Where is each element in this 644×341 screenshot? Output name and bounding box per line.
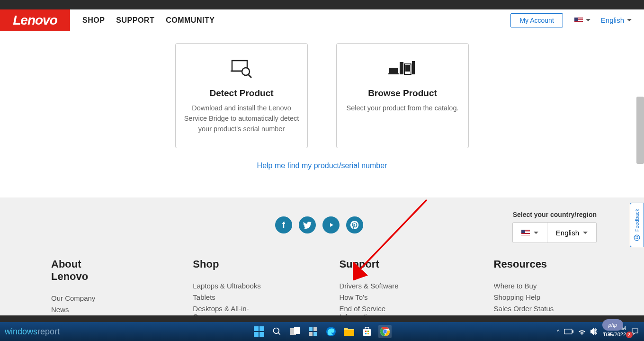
footer-link[interactable]: End of Service Information bbox=[339, 305, 417, 315]
svg-rect-34 bbox=[572, 331, 573, 332]
widgets-button[interactable] bbox=[306, 325, 320, 338]
footer-link[interactable]: Tablets bbox=[193, 293, 262, 301]
footer-col-support: SupportDrivers & SoftwareHow To'sEnd of … bbox=[339, 258, 417, 315]
svg-point-32 bbox=[384, 330, 386, 333]
footer-col-resources: ResourcesWhere to BuyShopping HelpSales … bbox=[494, 258, 587, 315]
region-flag-button[interactable] bbox=[513, 223, 547, 242]
chrome-icon[interactable] bbox=[378, 325, 392, 338]
nav-support[interactable]: SUPPORT bbox=[116, 16, 154, 25]
svg-rect-20 bbox=[309, 332, 313, 336]
browse-product-icon bbox=[344, 58, 461, 81]
site-header: Lenovo SHOP SUPPORT COMMUNITY My Account… bbox=[0, 9, 644, 31]
footer-link[interactable]: Sales Order Status bbox=[494, 305, 587, 313]
edge-icon[interactable] bbox=[324, 325, 338, 338]
browse-card-desc: Select your product from the catalog. bbox=[344, 103, 461, 114]
main-content: Detect Product Download and install the … bbox=[0, 31, 644, 170]
windowsreport-logo: windowsreport bbox=[5, 327, 60, 337]
site-footer: Select your country/region English f Abo… bbox=[0, 197, 644, 315]
volume-icon[interactable] bbox=[590, 328, 598, 335]
region-label: Select your country/region bbox=[512, 211, 597, 218]
scrollbar-thumb[interactable] bbox=[636, 97, 644, 164]
ms-store-icon[interactable] bbox=[360, 325, 374, 338]
svg-rect-26 bbox=[367, 331, 369, 332]
svg-point-11 bbox=[634, 235, 640, 241]
footer-col-shop: ShopLaptops & UltrabooksTabletsDesktops … bbox=[193, 258, 262, 315]
language-label: English bbox=[601, 16, 624, 24]
svg-rect-23 bbox=[344, 330, 354, 336]
nav-community[interactable]: COMMUNITY bbox=[166, 16, 215, 25]
footer-link[interactable]: How To's bbox=[339, 293, 417, 301]
smile-icon bbox=[634, 234, 640, 241]
social-links: f bbox=[51, 216, 587, 233]
detect-card-title: Detect Product bbox=[183, 88, 300, 99]
windows-taskbar: windowsreport ^ 1:10 AM Tue 1/25/2022 ph… bbox=[0, 322, 644, 341]
detect-product-icon bbox=[183, 58, 300, 81]
footer-col-title: Resources bbox=[494, 258, 587, 270]
svg-rect-4 bbox=[389, 68, 398, 73]
svg-line-3 bbox=[248, 74, 251, 78]
task-view-button[interactable] bbox=[288, 325, 302, 338]
chevron-down-icon bbox=[586, 19, 590, 21]
nav-shop[interactable]: SHOP bbox=[82, 16, 105, 25]
footer-link[interactable]: Shopping Help bbox=[494, 293, 587, 301]
browse-card-title: Browse Product bbox=[344, 88, 461, 99]
chevron-down-icon bbox=[534, 232, 538, 234]
lenovo-logo[interactable]: Lenovo bbox=[0, 9, 70, 31]
svg-rect-18 bbox=[309, 327, 313, 331]
feedback-label: Feedback bbox=[634, 209, 640, 232]
svg-point-12 bbox=[636, 237, 636, 237]
svg-rect-19 bbox=[313, 327, 317, 331]
svg-point-14 bbox=[274, 328, 279, 334]
battery-icon[interactable] bbox=[564, 329, 573, 334]
svg-rect-17 bbox=[294, 327, 300, 334]
footer-link[interactable]: News bbox=[51, 305, 116, 314]
footer-col-about-lenovo: About LenovoOur CompanyNewsInvestor Rela… bbox=[51, 258, 116, 315]
svg-point-13 bbox=[637, 237, 638, 237]
wifi-icon[interactable] bbox=[578, 328, 586, 335]
tray-chevron-icon[interactable]: ^ bbox=[557, 329, 559, 334]
svg-rect-25 bbox=[365, 331, 367, 332]
svg-rect-21 bbox=[313, 332, 317, 336]
us-flag-icon bbox=[521, 230, 530, 235]
footer-link[interactable]: Our Company bbox=[51, 294, 116, 302]
country-selector[interactable] bbox=[574, 18, 590, 23]
file-explorer-icon[interactable] bbox=[342, 325, 356, 338]
notification-badge: 3 bbox=[626, 332, 633, 338]
help-serial-link[interactable]: Help me find my product/serial number bbox=[257, 162, 387, 170]
svg-rect-28 bbox=[367, 333, 369, 334]
detect-card-desc: Download and install the Lenovo Service … bbox=[183, 103, 300, 134]
svg-rect-6 bbox=[400, 62, 403, 74]
svg-line-15 bbox=[278, 333, 280, 335]
chevron-down-icon bbox=[627, 19, 632, 21]
search-button[interactable] bbox=[270, 325, 284, 338]
language-selector[interactable]: English bbox=[601, 16, 632, 24]
facebook-icon[interactable]: f bbox=[275, 216, 292, 233]
footer-col-title: Shop bbox=[193, 258, 262, 270]
chevron-down-icon bbox=[583, 232, 588, 234]
my-account-button[interactable]: My Account bbox=[510, 13, 563, 27]
svg-rect-9 bbox=[412, 61, 415, 74]
browse-product-card[interactable]: Browse Product Select your product from … bbox=[336, 43, 469, 148]
svg-rect-5 bbox=[388, 73, 399, 74]
start-button[interactable] bbox=[252, 325, 266, 338]
footer-link[interactable]: Desktops & All-in-Ones bbox=[193, 305, 262, 315]
svg-rect-27 bbox=[365, 333, 367, 334]
feedback-tab[interactable]: Feedback bbox=[630, 203, 644, 247]
detect-product-card[interactable]: Detect Product Download and install the … bbox=[175, 43, 308, 148]
svg-rect-8 bbox=[405, 65, 410, 72]
region-language-button[interactable]: English bbox=[547, 223, 596, 242]
footer-link[interactable]: Where to Buy bbox=[494, 282, 587, 290]
footer-link[interactable]: Laptops & Ultrabooks bbox=[193, 282, 262, 290]
php-watermark: php bbox=[602, 319, 623, 331]
svg-rect-24 bbox=[363, 329, 371, 336]
pinterest-icon[interactable] bbox=[346, 216, 363, 233]
footer-col-title: About Lenovo bbox=[51, 258, 116, 283]
twitter-icon[interactable] bbox=[299, 216, 316, 233]
region-language-label: English bbox=[556, 229, 579, 237]
youtube-icon[interactable] bbox=[322, 216, 340, 233]
footer-region-selector: Select your country/region English bbox=[512, 211, 597, 243]
svg-rect-33 bbox=[564, 329, 572, 334]
primary-nav: SHOP SUPPORT COMMUNITY bbox=[82, 16, 510, 25]
footer-col-title: Support bbox=[339, 258, 417, 270]
footer-link[interactable]: Drivers & Software bbox=[339, 282, 417, 290]
